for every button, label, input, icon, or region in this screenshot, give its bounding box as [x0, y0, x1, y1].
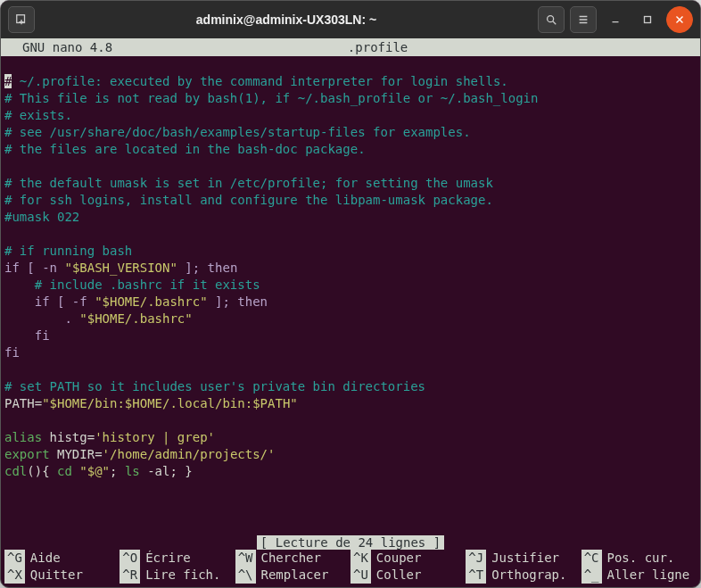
code-line: then	[237, 294, 268, 309]
code-line: "$BASH_VERSION"	[64, 261, 177, 275]
hamburger-icon	[577, 13, 590, 26]
close-icon	[673, 13, 686, 26]
help-item: ^GAide	[4, 550, 120, 567]
code-line: '/home/admin/projects/'	[103, 447, 276, 461]
help-item: ^UColler	[350, 567, 466, 584]
titlebar: adminix@adminix-UX303LN: ~	[1, 1, 700, 38]
code-line: "$HOME/bin:$HOME/.local/bin:$PATH"	[42, 396, 298, 410]
editor-content[interactable]: # ~/.profile: executed by the command in…	[1, 56, 700, 535]
code-line: .	[4, 311, 79, 326]
help-item: ^TOrthograp.	[466, 567, 581, 584]
help-key[interactable]: ^O	[120, 550, 140, 567]
comment-line: # include .bashrc if it exists	[4, 277, 260, 292]
close-button[interactable]	[666, 6, 693, 33]
help-item: ^OÉcrire	[120, 550, 235, 567]
help-key[interactable]: ^R	[120, 567, 140, 584]
comment-line: # the default umask is set in /etc/profi…	[4, 176, 493, 190]
code-line: "$@"	[79, 464, 110, 478]
code-line: fi	[4, 328, 50, 343]
help-label: Coller	[371, 567, 422, 584]
code-line: export	[4, 447, 57, 461]
svg-line-4	[553, 21, 557, 25]
help-label: Aller ligne	[602, 567, 690, 584]
status-line: [ Lecture de 24 lignes ]	[1, 535, 700, 550]
comment-line: # if running bash	[4, 244, 132, 258]
help-key[interactable]: ^T	[466, 567, 486, 584]
maximize-icon	[641, 13, 654, 26]
comment-line: # set PATH so it includes user's private…	[4, 379, 425, 393]
code-line: MYDIR=	[57, 447, 103, 461]
code-line: ];	[177, 261, 208, 275]
code-line: 'history | grep'	[95, 430, 215, 444]
code-line: (){	[27, 464, 57, 478]
help-key[interactable]: ^C	[581, 550, 602, 567]
help-item: ^WChercher	[235, 550, 350, 567]
help-key[interactable]: ^J	[466, 550, 486, 567]
code-line: histg=	[50, 430, 95, 444]
code-line: -n	[42, 261, 64, 275]
comment-line: # exists.	[4, 108, 72, 122]
window-title: adminix@adminix-UX303LN: ~	[40, 12, 532, 27]
help-item: ^CPos. cur.	[581, 550, 697, 567]
search-button[interactable]	[538, 6, 565, 33]
help-label: Aide	[25, 550, 61, 567]
code-line: -al; }	[147, 464, 193, 478]
code-line: ls	[125, 464, 147, 478]
svg-point-3	[548, 16, 554, 22]
help-label: Lire fich.	[140, 567, 220, 584]
help-key[interactable]: ^_	[581, 567, 602, 584]
comment-line: ~/.profile: executed by the command inte…	[12, 74, 507, 88]
code-line: alias	[4, 430, 50, 444]
comment-line: # for ssh logins, install and configure …	[4, 193, 493, 207]
code-line: "$HOME/.bashrc"	[95, 294, 207, 309]
help-label: Orthograp.	[486, 567, 566, 584]
help-key[interactable]: ^\	[235, 567, 256, 584]
help-label: Justifier	[486, 550, 559, 567]
help-key[interactable]: ^X	[4, 567, 25, 584]
help-key[interactable]: ^G	[4, 550, 25, 567]
code-line: PATH=	[4, 396, 42, 410]
minimize-icon	[609, 13, 622, 26]
help-item: ^_Aller ligne	[581, 567, 697, 584]
help-label: Écrire	[140, 550, 191, 567]
help-item: ^\Remplacer	[235, 567, 350, 584]
comment-line: #umask 022	[4, 210, 79, 224]
help-key[interactable]: ^U	[350, 567, 371, 584]
maximize-button[interactable]	[634, 6, 661, 33]
code-line: ;	[110, 464, 125, 478]
code-line: if [	[4, 261, 42, 275]
comment-line: # This file is not read by bash(1), if ~…	[4, 91, 538, 105]
help-item: ^KCouper	[350, 550, 466, 567]
help-label: Remplacer	[256, 567, 329, 584]
code-line: cd	[57, 464, 79, 478]
help-key[interactable]: ^K	[350, 550, 371, 567]
help-label: Pos. cur.	[602, 550, 675, 567]
nano-header: GNU nano 4.8 .profile	[1, 38, 700, 56]
svg-rect-9	[645, 17, 651, 23]
help-item: ^XQuitter	[4, 567, 120, 584]
new-tab-icon	[15, 13, 28, 26]
comment-line: # the files are located in the bash-doc …	[4, 142, 366, 156]
code-line: -f	[72, 294, 95, 309]
minimize-button[interactable]	[602, 6, 629, 33]
help-label: Chercher	[256, 550, 321, 567]
code-line: "$HOME/.bashrc"	[79, 311, 192, 326]
code-line: then	[208, 261, 238, 275]
help-label: Couper	[371, 550, 422, 567]
help-label: Quitter	[25, 567, 83, 584]
code-line: if [	[4, 294, 72, 309]
code-line: fi	[4, 345, 20, 360]
terminal-window: adminix@adminix-UX303LN: ~ GNU nano 4.8 …	[0, 0, 701, 588]
new-tab-button[interactable]	[8, 6, 35, 33]
code-line: cdl	[4, 464, 27, 478]
comment-line: # see /usr/share/doc/bash/examples/start…	[4, 125, 471, 139]
code-line: ];	[208, 294, 238, 309]
search-icon	[545, 13, 557, 26]
nano-help: ^GAide^OÉcrire^WChercher^KCouper^JJustif…	[1, 550, 700, 587]
file-name: .profile	[59, 38, 697, 56]
status-text: [ Lecture de 24 lignes ]	[257, 535, 444, 550]
menu-button[interactable]	[570, 6, 597, 33]
help-key[interactable]: ^W	[235, 550, 256, 567]
help-item: ^RLire fich.	[120, 567, 235, 584]
help-item: ^JJustifier	[466, 550, 581, 567]
